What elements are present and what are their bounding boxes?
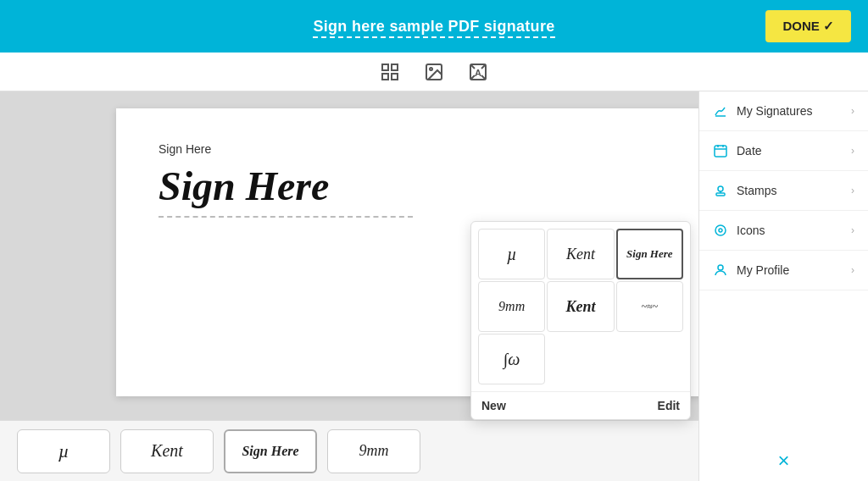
close-menu-button[interactable]: × bbox=[771, 447, 798, 474]
my-profile-item[interactable]: My Profile › bbox=[699, 251, 868, 290]
header: Sign here sample PDF signature DONE ✓ bbox=[0, 0, 868, 53]
svg-point-5 bbox=[430, 68, 432, 70]
my-signatures-item[interactable]: My Signatures › bbox=[699, 91, 868, 131]
sig-option-7[interactable]: ∫ω bbox=[478, 334, 545, 384]
sig-option-4[interactable]: 9mm bbox=[478, 281, 545, 332]
icons-chevron: › bbox=[851, 224, 854, 236]
my-profile-label: My Profile bbox=[737, 263, 789, 277]
strip-sig-3[interactable]: Sign Here bbox=[224, 429, 317, 473]
grid-icon[interactable] bbox=[376, 58, 403, 86]
main-area: Sign Here Sign Here µ Kent Sign Here 9mm… bbox=[0, 91, 868, 481]
edit-sig-button[interactable]: Edit bbox=[658, 399, 680, 412]
date-item[interactable]: Date › bbox=[699, 131, 868, 171]
my-profile-icon bbox=[713, 263, 728, 278]
image-icon[interactable] bbox=[420, 58, 448, 86]
new-sig-button[interactable]: New bbox=[481, 399, 506, 412]
sig-option-1[interactable]: µ bbox=[478, 229, 545, 279]
svg-rect-13 bbox=[715, 146, 726, 157]
sig-option-6[interactable]: ~≈~ bbox=[616, 281, 683, 332]
svg-point-22 bbox=[718, 265, 723, 270]
icons-icon bbox=[713, 223, 728, 238]
my-signatures-label: My Signatures bbox=[737, 104, 812, 118]
sig-option-2[interactable]: Kent bbox=[547, 229, 614, 279]
svg-rect-3 bbox=[392, 74, 398, 80]
strip-sig-1[interactable]: µ bbox=[17, 429, 110, 473]
signature-grid: µ Kent Sign Here 9mm Kent ~≈~ ∫ω bbox=[471, 222, 690, 391]
signature-picker: µ Kent Sign Here 9mm Kent ~≈~ ∫ω New Edi… bbox=[470, 221, 691, 420]
sig-option-5[interactable]: Kent bbox=[547, 281, 614, 332]
icons-label: Icons bbox=[737, 224, 765, 237]
my-profile-chevron: › bbox=[851, 264, 854, 276]
strip-sig-2[interactable]: Kent bbox=[120, 429, 214, 473]
icons-item[interactable]: Icons › bbox=[699, 211, 868, 251]
sig-picker-footer: New Edit bbox=[471, 391, 690, 419]
svg-point-17 bbox=[718, 186, 723, 191]
svg-rect-1 bbox=[392, 64, 398, 70]
date-chevron: › bbox=[851, 145, 854, 157]
document-signature: Sign Here bbox=[159, 163, 413, 218]
svg-text:A: A bbox=[475, 68, 481, 78]
stamps-icon bbox=[713, 183, 728, 198]
my-signatures-icon bbox=[713, 103, 728, 119]
date-icon bbox=[713, 143, 728, 158]
toolbar: A bbox=[0, 53, 868, 91]
svg-rect-0 bbox=[382, 64, 388, 70]
header-title: Sign here sample PDF signature bbox=[313, 18, 554, 36]
date-label: Date bbox=[737, 144, 762, 158]
svg-point-21 bbox=[719, 229, 722, 232]
svg-rect-18 bbox=[716, 193, 725, 196]
my-signatures-chevron: › bbox=[851, 105, 854, 117]
svg-point-20 bbox=[715, 225, 726, 235]
done-button[interactable]: DONE ✓ bbox=[765, 10, 851, 42]
stamps-label: Stamps bbox=[737, 184, 776, 197]
stamps-item[interactable]: Stamps › bbox=[699, 171, 868, 211]
sign-here-label: Sign Here bbox=[159, 142, 709, 156]
stamps-chevron: › bbox=[851, 185, 854, 196]
right-menu: My Signatures › Date › bbox=[698, 91, 868, 481]
sig-option-3[interactable]: Sign Here bbox=[616, 229, 683, 279]
svg-rect-2 bbox=[382, 74, 388, 80]
strip-sig-4[interactable]: 9mm bbox=[327, 429, 420, 473]
text-resize-icon[interactable]: A bbox=[465, 58, 492, 86]
